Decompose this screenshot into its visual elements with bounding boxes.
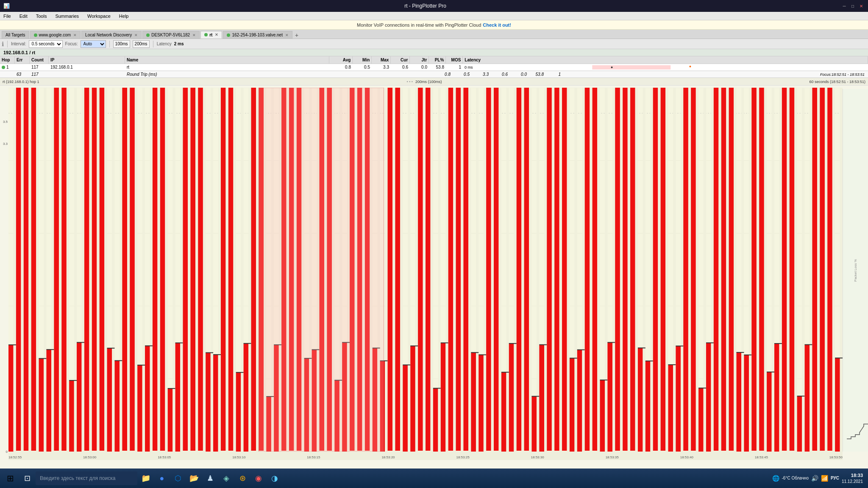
col-header-name: Name [125, 56, 329, 64]
chart-container[interactable]: rt (192.168.0.1) hop 1 • • • 200ms (100m… [0, 78, 868, 469]
menu-bar: File Edit Tools Summaries Workspace Help [0, 12, 868, 20]
menu-workspace[interactable]: Workspace [86, 13, 112, 19]
cell-latency: 0 ms [463, 64, 868, 70]
tab-valve[interactable]: 162-254-198-103.valve.net ✕ [223, 31, 292, 39]
tab-status-icon [204, 33, 208, 36]
tab-close-icon[interactable]: ✕ [192, 33, 196, 37]
chrome-button[interactable]: ● [154, 471, 170, 486]
taskview-button[interactable]: ⊡ [19, 471, 35, 486]
network-icon[interactable]: 🌐 [772, 475, 779, 482]
window-title: rt - PingPlotter Pro [10, 3, 841, 9]
tab-local-discovery[interactable]: Local Network Discovery ✕ [81, 31, 142, 39]
y-label-35: 3.5 [3, 120, 8, 124]
col-header-cur: Cur [391, 56, 410, 64]
col-header-jtr: Jtr [410, 56, 429, 64]
tab-rt[interactable]: rt ✕ [200, 31, 222, 39]
range-200ms-button[interactable]: 200ms [133, 40, 150, 48]
rt-err-val: 63 [17, 72, 21, 77]
page-title: 192.168.0.1 / rt [3, 50, 35, 55]
app8-button[interactable]: ◑ [267, 471, 282, 486]
tab-close-icon[interactable]: ✕ [215, 33, 218, 37]
chart-drag-handle[interactable]: • • • [406, 80, 412, 84]
info-icon: ℹ [2, 41, 4, 47]
x-label-7: 18:53:30 [531, 455, 544, 459]
x-label-9: 18:53:40 [680, 455, 693, 459]
cell-max: 3.3 [372, 64, 391, 70]
time-display[interactable]: 18:33 11.12.2021 [842, 472, 863, 484]
start-button[interactable]: ⊞ [2, 471, 19, 486]
bar-chart-wrapper [8, 88, 843, 460]
rt-count: 117 [30, 71, 49, 78]
folder-button[interactable]: 📂 [186, 471, 202, 486]
tab-close-icon[interactable]: ✕ [285, 33, 289, 37]
y-label-0: 0 [6, 450, 8, 454]
menu-edit[interactable]: Edit [18, 13, 29, 19]
focus-range-label: Focus: [820, 72, 832, 77]
app5-button[interactable]: ◈ [219, 471, 234, 486]
focus-select[interactable]: Auto [81, 40, 106, 48]
col-header-hop: Hop [0, 56, 15, 64]
x-label-3: 18:53:10 [232, 455, 245, 459]
add-tab-button[interactable]: + [293, 32, 300, 39]
cell-mos: 1 [446, 64, 463, 70]
menu-tools[interactable]: Tools [34, 13, 49, 19]
minimize-button[interactable]: ─ [841, 3, 848, 9]
app7-button[interactable]: ◉ [251, 471, 266, 486]
range-100ms-button[interactable]: 100ms [113, 40, 130, 48]
packet-loss-label: Packet Loss % [854, 259, 857, 282]
edge-icon: ⬡ [175, 474, 181, 483]
chart-duration-label: 60 seconds (18:52:51 - 18:53:51) [809, 80, 865, 84]
cell-name: rt [125, 64, 329, 70]
tab-desktop[interactable]: DESKTOP-5V6L182 ✕ [142, 31, 200, 39]
network-status-icon[interactable]: 📶 [821, 475, 828, 482]
tab-status-icon [146, 33, 150, 37]
tab-label: www.google.com [39, 33, 71, 37]
rt-err: 63 [15, 71, 30, 78]
menu-summaries[interactable]: Summaries [53, 13, 81, 19]
interval-select[interactable]: 0.5 seconds 1 second 2.5 seconds [29, 40, 63, 48]
x-label-5: 18:53:20 [381, 455, 395, 459]
latency-value: 0 ms [465, 65, 473, 69]
edge-button[interactable]: ⬡ [170, 471, 186, 486]
latency-toolbar-value: 2 ms [174, 42, 184, 46]
clock-time: 18:33 [842, 472, 863, 478]
cell-err [15, 64, 30, 70]
tab-close-icon[interactable]: ✕ [73, 33, 77, 37]
menu-file[interactable]: File [2, 13, 13, 19]
notification-link[interactable]: Check it out! [483, 22, 511, 28]
tab-close-icon[interactable]: ✕ [134, 33, 138, 37]
steam-icon: ♟ [207, 474, 214, 483]
x-label-8: 18:53:35 [606, 455, 619, 459]
volume-icon[interactable]: 🔊 [811, 475, 818, 482]
y-label-33: 3.3 [3, 141, 8, 145]
search-input[interactable] [36, 471, 137, 485]
app8-icon: ◑ [271, 474, 278, 483]
app6-button[interactable]: ⊛ [235, 471, 250, 486]
close-button[interactable]: ✕ [858, 3, 865, 9]
rt-avg: 0.8 [429, 71, 452, 78]
packet-loss-line [847, 424, 868, 439]
tab-status-icon [34, 33, 37, 37]
menu-help[interactable]: Help [117, 13, 131, 19]
language-indicator[interactable]: РУС [831, 476, 839, 480]
latency-dot-orange [689, 66, 691, 67]
tab-all-targets[interactable]: All Targets [2, 31, 29, 39]
file-explorer-button[interactable]: 📁 [138, 471, 153, 486]
tab-label: DESKTOP-5V6L182 [151, 33, 190, 37]
rt-latency: Focus: 18:52:51 - 18:53:51 [562, 71, 868, 78]
focus-label: Focus: [65, 42, 78, 46]
maximize-button[interactable]: □ [849, 3, 856, 9]
app7-icon: ◉ [255, 474, 262, 483]
table-row[interactable]: 1 117 192.168.0.1 rt 0.8 0.5 3.3 0.6 0.0… [0, 64, 868, 71]
interval-label: Interval: [11, 42, 26, 46]
notification-text: Monitor VoIP connections in real-time wi… [357, 22, 481, 28]
steam-button[interactable]: ♟ [203, 471, 218, 486]
cell-hop: 1 [0, 64, 15, 70]
cell-avg: 0.8 [329, 64, 353, 70]
col-header-max: Max [372, 56, 391, 64]
weather-display: -6°C Облачно [782, 476, 809, 480]
chart-canvas[interactable]: 0 3.5 3.3 LATENCY (ms) 18:52:55 18:53:00… [0, 86, 868, 460]
tab-google[interactable]: www.google.com ✕ [30, 31, 81, 39]
main-chart-canvas[interactable] [8, 88, 843, 460]
window-controls[interactable]: ─ □ ✕ [841, 3, 865, 9]
